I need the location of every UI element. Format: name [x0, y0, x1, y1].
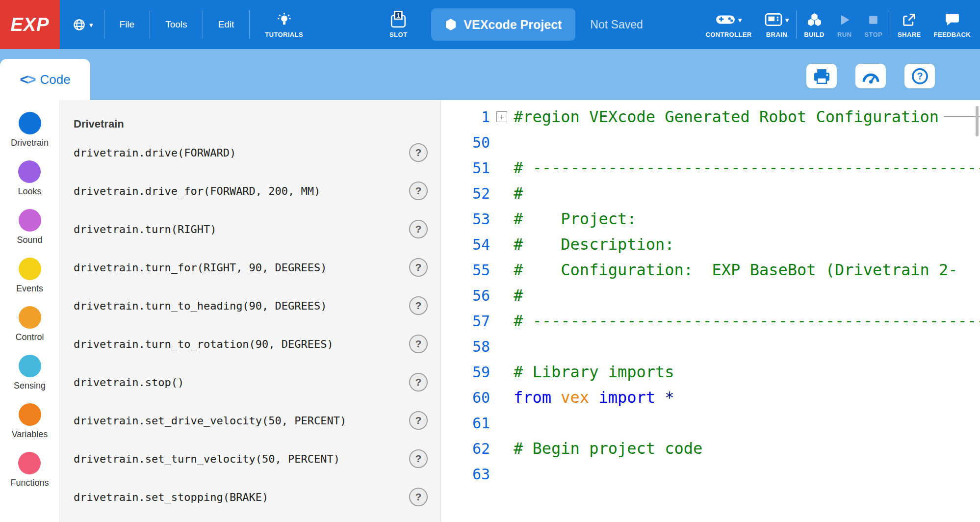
print-console-button[interactable]	[806, 64, 837, 88]
code-editor[interactable]: 1 + #region VEXcode Generated Robot Conf…	[440, 100, 980, 522]
editor-line[interactable]: 63	[441, 461, 980, 487]
command-palette: Drivetrain drivetrain.drive(FORWARD) ? d…	[60, 100, 440, 522]
menu-tools[interactable]: Tools	[151, 0, 201, 49]
tab-code[interactable]: <> Code	[0, 59, 90, 100]
build-button[interactable]: BUILD	[798, 11, 831, 38]
command-help-button[interactable]: ?	[409, 182, 428, 200]
main-area: Drivetrain Looks Sound Events Control Se…	[0, 100, 980, 522]
line-number: 1	[441, 108, 490, 126]
command-block[interactable]: drivetrain.set_turn_velocity(50, PERCENT…	[74, 453, 340, 465]
command-block[interactable]: drivetrain.turn(RIGHT)	[74, 223, 216, 235]
toolbar-right-group: ▾ CONTROLLER ▾ BRAIN	[699, 0, 977, 49]
command-block[interactable]: drivetrain.drive(FORWARD)	[74, 147, 236, 159]
line-content: from vex import *	[514, 388, 980, 407]
hexagon-icon	[445, 18, 457, 31]
brain-icon-wrap: ▾	[765, 11, 789, 28]
editor-line[interactable]: 58	[441, 334, 980, 359]
controller-button[interactable]: ▾ CONTROLLER	[699, 11, 758, 38]
tutorials-icon-wrap	[277, 11, 292, 28]
scrollbar-thumb[interactable]	[976, 106, 979, 136]
command-help-button[interactable]: ?	[409, 220, 428, 238]
line-number: 59	[441, 364, 490, 381]
brain-button[interactable]: ▾ BRAIN	[758, 11, 796, 38]
slot-button[interactable]: 1 SLOT	[383, 11, 413, 38]
category-label: Functions	[10, 478, 49, 488]
run-button[interactable]: RUN	[831, 11, 858, 38]
comment-text: # Library imports	[514, 363, 674, 381]
functions-category-icon	[18, 452, 41, 474]
sidebar-item-events[interactable]: Events	[16, 258, 43, 294]
command-block[interactable]: drivetrain.turn_to_heading(90, DEGREES)	[74, 300, 327, 312]
code-token	[551, 388, 561, 407]
command-block[interactable]: drivetrain.set_stopping(BRAKE)	[74, 491, 268, 503]
sidebar-item-sensing[interactable]: Sensing	[14, 355, 46, 391]
command-help-button[interactable]: ?	[409, 335, 428, 353]
slot-label: SLOT	[389, 31, 407, 38]
divider	[150, 10, 150, 39]
editor-line[interactable]: 52 #	[441, 181, 980, 206]
brain-icon	[765, 13, 782, 26]
fold-expand-icon[interactable]: +	[496, 111, 507, 122]
editor-line[interactable]: 1 + #region VEXcode Generated Robot Conf…	[441, 104, 980, 130]
language-button[interactable]: ▾	[73, 18, 93, 31]
build-label: BUILD	[804, 31, 825, 38]
line-number: 54	[441, 236, 490, 253]
editor-line[interactable]: 62 # Begin project code	[441, 436, 980, 461]
command-block[interactable]: drivetrain.turn_to_rotation(90, DEGREES)	[74, 338, 334, 350]
divider	[796, 10, 797, 39]
feedback-button[interactable]: FEEDBACK	[928, 11, 977, 38]
share-button[interactable]: SHARE	[891, 11, 928, 38]
command-help-button[interactable]: ?	[409, 143, 428, 162]
sidebar-item-drivetrain[interactable]: Drivetrain	[11, 112, 49, 148]
dashboard-button[interactable]	[855, 64, 886, 88]
command-block[interactable]: drivetrain.turn_for(RIGHT, 90, DEGREES)	[74, 261, 327, 274]
editor-line[interactable]: 61	[441, 410, 980, 436]
editor-line[interactable]: 54 # Description:	[441, 232, 980, 257]
editor-line[interactable]: 59 # Library imports	[441, 359, 980, 385]
code-brackets-icon: <>	[20, 71, 35, 88]
menu-file[interactable]: File	[105, 0, 149, 49]
command-help-button[interactable]: ?	[409, 488, 428, 506]
comment-text: # Configuration: EXP BaseBot (Drivetrain…	[514, 261, 957, 279]
sidebar-item-variables[interactable]: Variables	[12, 403, 48, 440]
command-block[interactable]: drivetrain.drive_for(FORWARD, 200, MM)	[74, 185, 320, 197]
menu-edit[interactable]: Edit	[204, 0, 249, 49]
editor-line[interactable]: 57 # -----------------------------------…	[441, 308, 980, 334]
editor-line[interactable]: 60 from vex import *	[441, 385, 980, 410]
slot-icon: 1	[390, 11, 407, 28]
line-content: # --------------------------------------…	[514, 312, 980, 330]
editor-line[interactable]: 53 # Project:	[441, 206, 980, 232]
line-content: # --------------------------------------…	[514, 158, 980, 177]
help-button[interactable]: ?	[904, 64, 935, 88]
sidebar-item-sound[interactable]: Sound	[17, 209, 42, 245]
editor-line[interactable]: 51 # -----------------------------------…	[441, 155, 980, 181]
controller-label: CONTROLLER	[705, 31, 751, 38]
command-help-button[interactable]: ?	[409, 449, 428, 468]
editor-line[interactable]: 50	[441, 130, 980, 155]
editor-line[interactable]: 55 # Configuration: EXP BaseBot (Drivetr…	[441, 257, 980, 283]
sidebar-item-functions[interactable]: Functions	[10, 452, 49, 488]
code-token	[589, 388, 598, 407]
code-token: from	[514, 388, 551, 407]
fold-gutter: +	[490, 111, 514, 122]
command-block[interactable]: drivetrain.set_drive_velocity(50, PERCEN…	[74, 415, 346, 427]
tutorials-button[interactable]: TUTORIALS	[258, 11, 309, 38]
command-row: drivetrain.drive(FORWARD) ?	[74, 133, 440, 172]
command-help-button[interactable]: ?	[409, 296, 428, 315]
command-help-button[interactable]: ?	[409, 411, 428, 430]
comment-icon	[945, 13, 960, 26]
stop-button[interactable]: STOP	[858, 11, 889, 38]
share-label: SHARE	[898, 31, 921, 38]
divider	[104, 10, 104, 39]
exp-logo[interactable]: EXP	[0, 0, 60, 49]
project-name-button[interactable]: VEXcode Project	[431, 8, 575, 41]
palette-header: Drivetrain	[74, 118, 440, 130]
command-help-button[interactable]: ?	[409, 373, 428, 392]
line-content: # Library imports	[514, 363, 980, 381]
sidebar-item-control[interactable]: Control	[15, 306, 44, 342]
sidebar-item-looks[interactable]: Looks	[18, 160, 41, 197]
editor-line[interactable]: 56 #	[441, 283, 980, 308]
command-block[interactable]: drivetrain.stop()	[74, 376, 184, 389]
category-label: Looks	[18, 186, 41, 197]
command-help-button[interactable]: ?	[409, 258, 428, 277]
